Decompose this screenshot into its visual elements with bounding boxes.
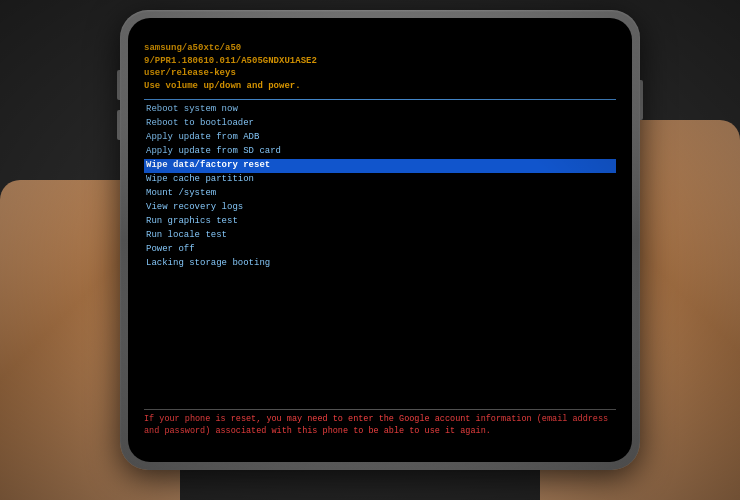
- menu-item-3[interactable]: Apply update from SD card: [144, 145, 616, 159]
- volume-down-button[interactable]: [117, 110, 120, 140]
- divider-top: [144, 99, 616, 100]
- menu-item-5[interactable]: Wipe cache partition: [144, 173, 616, 187]
- warning-section: If your phone is reset, you may need to …: [144, 409, 616, 439]
- power-button[interactable]: [640, 80, 643, 120]
- header-line-1: samsung/a50xtc/a50: [144, 42, 616, 55]
- phone-bezel: samsung/a50xtc/a50 9/PPR1.180610.011/A50…: [128, 18, 632, 462]
- volume-up-button[interactable]: [117, 70, 120, 100]
- menu-item-9[interactable]: Run locale test: [144, 229, 616, 243]
- scene: samsung/a50xtc/a50 9/PPR1.180610.011/A50…: [0, 0, 740, 500]
- header-line-4: Use volume up/down and power.: [144, 80, 616, 93]
- warning-text: If your phone is reset, you may need to …: [144, 413, 616, 439]
- menu-item-7[interactable]: View recovery logs: [144, 201, 616, 215]
- header-line-2: 9/PPR1.180610.011/A505GNDXU1ASE2: [144, 55, 616, 68]
- menu-item-10[interactable]: Power off: [144, 243, 616, 257]
- header-section: samsung/a50xtc/a50 9/PPR1.180610.011/A50…: [144, 42, 616, 92]
- phone-screen: samsung/a50xtc/a50 9/PPR1.180610.011/A50…: [136, 36, 624, 444]
- menu-item-8[interactable]: Run graphics test: [144, 215, 616, 229]
- menu-item-4[interactable]: Wipe data/factory reset: [144, 159, 616, 173]
- header-line-3: user/release-keys: [144, 67, 616, 80]
- recovery-ui: samsung/a50xtc/a50 9/PPR1.180610.011/A50…: [136, 36, 624, 444]
- phone-body: samsung/a50xtc/a50 9/PPR1.180610.011/A50…: [120, 10, 640, 470]
- menu-item-6[interactable]: Mount /system: [144, 187, 616, 201]
- menu-section: Reboot system nowReboot to bootloaderApp…: [144, 103, 616, 404]
- menu-item-11[interactable]: Lacking storage booting: [144, 257, 616, 271]
- menu-item-2[interactable]: Apply update from ADB: [144, 131, 616, 145]
- menu-item-0[interactable]: Reboot system now: [144, 103, 616, 117]
- menu-item-1[interactable]: Reboot to bootloader: [144, 117, 616, 131]
